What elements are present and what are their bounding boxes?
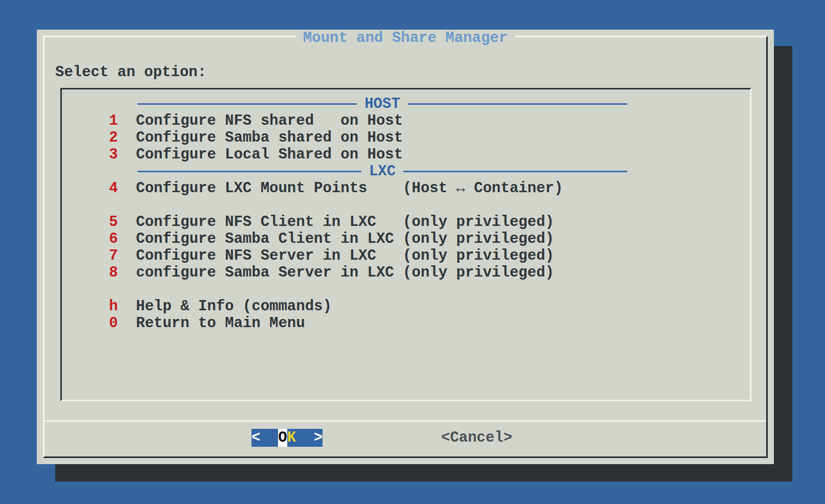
menu-item-tag: 4	[109, 180, 118, 197]
menu-item-tag: 7	[109, 247, 118, 264]
menu-box: HOST1Configure NFS shared on Host2Config…	[60, 88, 751, 401]
menu-item-tag: 0	[109, 315, 118, 332]
menu-item-h[interactable]: hHelp & Info (commands)	[62, 298, 750, 315]
menu-item-0[interactable]: 0Return to Main Menu	[62, 315, 750, 332]
separator-line	[403, 171, 627, 172]
menu-item-3[interactable]: 3Configure Local Shared on Host	[62, 146, 750, 163]
menu-separator-lxc: LXC	[138, 163, 627, 180]
menu-item-1[interactable]: 1Configure NFS shared on Host	[62, 112, 750, 129]
menu-item-tag: 5	[109, 214, 118, 231]
cancel-button[interactable]: <Cancel>	[441, 429, 512, 447]
menu-spacer	[62, 197, 750, 214]
menu-item-tag: h	[109, 298, 118, 315]
ok-cursor-char: O	[278, 429, 287, 447]
separator-label: HOST	[357, 96, 408, 112]
menu-item-label: Configure LXC Mount Points (Host ↔ Conta…	[136, 180, 563, 197]
dialog-window: Mount and Share Manager Select an option…	[37, 30, 774, 464]
menu-item-5[interactable]: 5Configure NFS Client in LXC (only privi…	[62, 214, 750, 231]
menu-separator-host: HOST	[138, 96, 627, 112]
menu-item-label: Configure Local Shared on Host	[136, 146, 403, 163]
menu-item-8[interactable]: 8configure Samba Server in LXC (only pri…	[62, 264, 750, 281]
menu-item-6[interactable]: 6Configure Samba Client in LXC (only pri…	[62, 231, 750, 247]
ok-right-bracket: >	[296, 429, 323, 447]
menu-item-tag: 6	[109, 231, 118, 247]
menu-list: HOST1Configure NFS shared on Host2Config…	[62, 96, 750, 332]
menu-item-label: Help & Info (commands)	[136, 298, 332, 315]
menu-item-tag: 2	[109, 129, 118, 146]
menu-item-tag: 8	[109, 264, 118, 281]
menu-spacer	[62, 281, 750, 298]
ok-left-bracket: <	[251, 429, 278, 447]
menu-item-7[interactable]: 7Configure NFS Server in LXC (only privi…	[62, 247, 750, 264]
menu-item-label: Return to Main Menu	[136, 315, 305, 332]
button-row-separator	[44, 420, 766, 422]
menu-item-label: Configure Samba shared on Host	[136, 129, 403, 146]
menu-item-4[interactable]: 4Configure LXC Mount Points (Host ↔ Cont…	[62, 180, 750, 197]
dialog-title: Mount and Share Manager	[296, 30, 515, 47]
menu-item-tag: 1	[109, 112, 118, 129]
ok-button[interactable]: < OK >	[251, 429, 323, 447]
menu-item-tag: 3	[109, 146, 118, 163]
separator-label: LXC	[361, 163, 403, 180]
menu-item-label: Configure NFS Server in LXC (only privil…	[136, 247, 554, 264]
terminal-screen: Mount and Share Manager Select an option…	[0, 0, 825, 504]
prompt-text: Select an option:	[55, 64, 207, 81]
separator-line	[138, 171, 361, 172]
separator-line	[408, 103, 627, 105]
ok-hotkey-char: K	[287, 429, 296, 447]
menu-item-label: Configure NFS shared on Host	[136, 112, 403, 129]
separator-line	[138, 103, 357, 105]
menu-item-label: configure Samba Server in LXC (only priv…	[136, 264, 554, 281]
menu-item-label: Configure Samba Client in LXC (only priv…	[136, 231, 554, 247]
menu-item-label: Configure NFS Client in LXC (only privil…	[136, 214, 554, 231]
menu-item-2[interactable]: 2Configure Samba shared on Host	[62, 129, 750, 146]
